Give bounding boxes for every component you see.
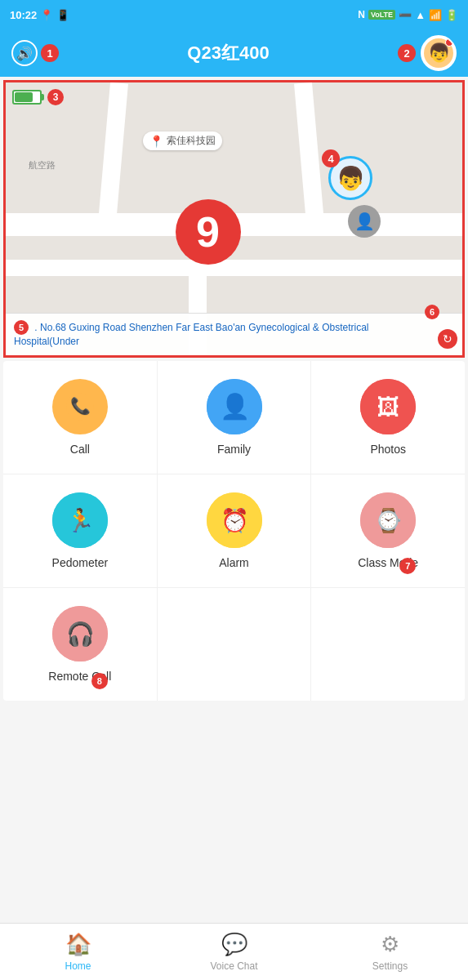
volte-badge: VoLTE <box>368 10 395 20</box>
settings-nav-icon: ⚙ <box>381 932 399 957</box>
avatar-notification-dot <box>445 38 453 47</box>
grid-section: 📞 Call 👤 Family 🖼 Photos 🏃 Pedometer <box>3 361 465 701</box>
grid-row-2: 🏃 Pedometer ⏰ Alarm ⌚ Class Mode 7 <box>3 474 465 588</box>
settings-nav-label: Settings <box>372 960 408 972</box>
map-inner: 航空路 📍 索佳科技园 9 4 👦 👤 3 <box>6 82 462 355</box>
grid-cell-remotecall[interactable]: 🎧 Remote Call 8 <box>3 588 158 701</box>
address-content: . No.68 Guxing Road Shenzhen Far East Ba… <box>14 322 369 347</box>
grid-cell-pedometer[interactable]: 🏃 Pedometer <box>3 474 158 587</box>
address-text: 5 . No.68 Guxing Road Shenzhen Far East … <box>14 320 433 349</box>
nfc-icon: N <box>358 9 365 20</box>
bottom-nav: 🏠 Home 💬 Voice Chat ⚙ Settings <box>0 923 468 980</box>
grid-row-3: 🎧 Remote Call 8 <box>3 588 465 701</box>
grid-cell-call[interactable]: 📞 Call <box>3 361 158 474</box>
grid-cell-family[interactable]: 👤 Family <box>158 361 312 474</box>
header-left[interactable]: 🔊 1 <box>11 40 59 66</box>
home-nav-icon: 🏠 <box>65 932 91 957</box>
status-right: N VoLTE ➖ ▲ 📶 🔋 <box>358 9 458 21</box>
pin-icon: 📍 <box>149 135 163 148</box>
nav-item-voicechat[interactable]: 💬 Voice Chat <box>156 924 312 980</box>
photos-icon: 🖼 <box>360 379 416 434</box>
grid-row-1: 📞 Call 👤 Family 🖼 Photos <box>3 361 465 474</box>
wifi-icon: ▲ <box>415 9 426 21</box>
svg-text:🖼: 🖼 <box>377 394 399 420</box>
svg-text:⏰: ⏰ <box>220 507 248 534</box>
svg-text:🏃: 🏃 <box>65 507 94 534</box>
grid-cell-classmode[interactable]: ⌚ Class Mode 7 <box>311 474 465 587</box>
refresh-button[interactable]: ↻ <box>438 329 457 349</box>
svg-text:⌚: ⌚ <box>374 507 403 534</box>
header: 🔊 1 Q23红400 2 👦 <box>0 29 468 77</box>
phone-icon: 📱 <box>56 9 69 21</box>
badge-1: 1 <box>41 44 59 62</box>
alarm-icon: ⏰ <box>207 492 262 548</box>
map-battery-indicator: 3 <box>12 89 64 105</box>
gray-device-dot: 👤 <box>348 205 381 238</box>
road-label: 航空路 <box>29 159 56 172</box>
battery-icon <box>12 90 42 105</box>
signal-icon: 📶 <box>429 9 442 21</box>
avatar[interactable]: 👦 <box>421 35 457 71</box>
badge-6: 6 <box>425 305 439 319</box>
device-location-group: 4 👦 <box>328 156 372 200</box>
location-label-text: 索佳科技园 <box>167 134 216 148</box>
svg-text:📞: 📞 <box>69 396 90 416</box>
badge-2: 2 <box>398 44 416 62</box>
photos-label: Photos <box>370 443 406 456</box>
voicechat-nav-label: Voice Chat <box>210 960 257 972</box>
minus-icon: ➖ <box>399 9 412 21</box>
alarm-label: Alarm <box>219 556 249 569</box>
badge-4: 4 <box>322 149 340 167</box>
grid-cell-empty-2 <box>311 588 465 701</box>
pedometer-label: Pedometer <box>52 556 108 569</box>
badge-5: 5 <box>14 320 29 335</box>
battery-status-icon: 🔋 <box>445 9 458 21</box>
nav-item-home[interactable]: 🏠 Home <box>0 924 156 980</box>
grid-cell-photos[interactable]: 🖼 Photos <box>311 361 465 474</box>
call-icon: 📞 <box>52 379 108 434</box>
classmode-icon: ⌚ <box>360 492 416 548</box>
battery-display <box>12 90 44 105</box>
badge-8: 8 <box>91 673 108 689</box>
map-number-badge: 9 <box>176 199 241 265</box>
voicechat-nav-icon: 💬 <box>221 932 247 957</box>
road-horizontal-2 <box>6 260 462 276</box>
badge-3: 3 <box>47 89 64 105</box>
badge-7: 7 <box>399 558 416 574</box>
status-time: 10:22 <box>10 9 37 21</box>
location-icon: 📍 <box>40 9 53 21</box>
remotecall-icon: 🎧 <box>52 606 108 662</box>
pedometer-icon: 🏃 <box>52 492 108 548</box>
status-bar: 10:22 📍 📱 N VoLTE ➖ ▲ 📶 🔋 <box>0 0 468 29</box>
map-container[interactable]: 航空路 📍 索佳科技园 9 4 👦 👤 3 <box>3 80 465 358</box>
battery-fill <box>15 92 33 102</box>
nav-item-settings[interactable]: ⚙ Settings <box>312 924 468 980</box>
call-label: Call <box>70 443 90 456</box>
address-strip: 5 . No.68 Guxing Road Shenzhen Far East … <box>6 313 462 355</box>
family-icon: 👤 <box>207 379 262 434</box>
header-right: 2 👦 <box>398 35 457 71</box>
speaker-icon[interactable]: 🔊 <box>11 40 38 66</box>
home-nav-label: Home <box>65 960 91 972</box>
svg-text:👤: 👤 <box>219 392 250 421</box>
header-title: Q23红400 <box>59 41 398 65</box>
location-label: 📍 索佳科技园 <box>143 131 222 150</box>
status-left: 10:22 📍 📱 <box>10 9 69 21</box>
family-label: Family <box>217 443 251 456</box>
grid-cell-alarm[interactable]: ⏰ Alarm <box>158 474 312 587</box>
svg-text:🎧: 🎧 <box>65 621 94 648</box>
grid-cell-empty-1 <box>158 588 312 701</box>
